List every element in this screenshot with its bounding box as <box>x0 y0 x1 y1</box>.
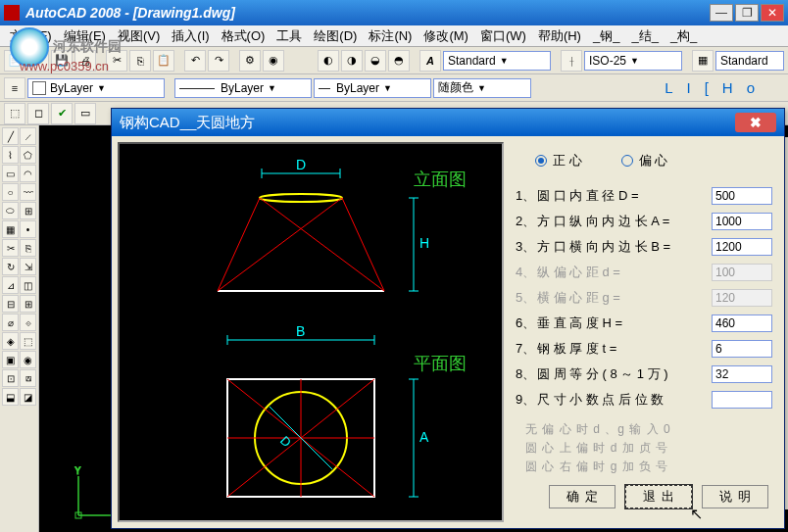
text-icon[interactable]: A <box>419 50 441 72</box>
menu-item[interactable]: _构_ <box>665 25 703 47</box>
insert-icon[interactable]: ⊞ <box>20 202 36 219</box>
tb-misc-1[interactable]: ⚙ <box>239 50 261 72</box>
mod-7[interactable]: ⊟ <box>2 295 19 313</box>
menu-item[interactable]: 窗口(W) <box>474 25 532 47</box>
form-row: 7、 钢 板 厚 度 t = <box>516 338 772 360</box>
mod-9[interactable]: ⌀ <box>2 314 19 331</box>
mod-15[interactable]: ⊡ <box>2 369 19 387</box>
menu-item[interactable]: 插入(I) <box>166 25 215 47</box>
form-row: 1、 圆 口 内 直 径 D = <box>516 185 772 207</box>
std2-combo[interactable]: Standard <box>715 51 784 71</box>
maximize-button[interactable]: ❐ <box>735 4 759 22</box>
aux-1[interactable]: ⬚ <box>4 103 25 124</box>
color-combo[interactable]: 随颜色▼ <box>433 78 531 98</box>
menu-item[interactable]: 绘图(D) <box>308 25 363 47</box>
rect-icon[interactable]: ▭ <box>2 165 19 182</box>
panel-label: L <box>665 79 672 96</box>
field-number: 3、 <box>516 238 537 256</box>
field-label: 垂 直 高 度 H = <box>537 314 712 332</box>
panel-label: I <box>686 79 690 96</box>
mod-8[interactable]: ⊞ <box>20 295 36 313</box>
mod-3[interactable]: ↻ <box>2 258 19 275</box>
tbl-icon[interactable]: ▦ <box>692 50 714 72</box>
menu-item[interactable]: 帮助(H) <box>532 25 587 47</box>
menu-item[interactable]: 工具 <box>271 25 308 47</box>
ellipse-icon[interactable]: ⬭ <box>2 202 19 219</box>
mod-16[interactable]: ⟎ <box>20 369 36 387</box>
app-title: AutoCAD 2008 - [Drawing1.dwg] <box>25 5 710 21</box>
mod-13[interactable]: ▣ <box>2 351 19 368</box>
ok-button[interactable]: 确定 <box>549 485 616 508</box>
tb-a1[interactable]: ◐ <box>318 50 339 72</box>
radio-centered[interactable]: 正 心 <box>535 152 582 169</box>
redo-icon[interactable]: ↷ <box>208 50 229 72</box>
field-label: 圆 口 内 直 径 D = <box>537 187 712 205</box>
mod-11[interactable]: ◈ <box>2 332 19 350</box>
field-input-3[interactable] <box>712 238 772 256</box>
right-panel-labels: LI[Ho <box>665 79 784 96</box>
radio-icon <box>621 155 633 167</box>
aux-check-icon[interactable]: ✔ <box>51 103 73 124</box>
text-style-combo[interactable]: Standard▼ <box>443 51 551 71</box>
mod-2[interactable]: ⎘ <box>20 239 36 257</box>
help-button[interactable]: 说明 <box>702 485 768 508</box>
dialog-title-bar[interactable]: 钢构CAD__天圆地方 ✖ <box>112 109 784 136</box>
field-number: 4、 <box>516 264 537 281</box>
mod-1[interactable]: ✂ <box>2 239 19 257</box>
field-number: 1、 <box>516 187 537 205</box>
polygon-icon[interactable]: ⬠ <box>20 146 36 164</box>
field-input-8[interactable] <box>712 365 772 383</box>
toolbar-layers: ≡ ByLayer▼ ———ByLayer▼ —ByLayer▼ 随颜色▼ LI… <box>0 74 788 102</box>
tb-misc-2[interactable]: ◉ <box>263 50 284 72</box>
menu-item[interactable]: _结_ <box>625 25 664 47</box>
tb-a2[interactable]: ◑ <box>341 50 363 72</box>
copy-icon[interactable]: ⎘ <box>129 50 151 72</box>
paste-icon[interactable]: 📋 <box>153 50 174 72</box>
field-input-1[interactable] <box>712 187 772 205</box>
mod-14[interactable]: ◉ <box>20 351 36 368</box>
field-input-7[interactable] <box>712 340 772 358</box>
menu-item[interactable]: 修改(M) <box>418 25 474 47</box>
menu-item[interactable]: 格式(O) <box>216 25 271 47</box>
radio-eccentric[interactable]: 偏 心 <box>621 152 668 169</box>
point-icon[interactable]: • <box>20 220 36 238</box>
field-label: 尺 寸 小 数 点 后 位 数 <box>537 391 712 409</box>
spline-icon[interactable]: 〰 <box>20 183 36 201</box>
field-number: 2、 <box>516 213 537 230</box>
dialog-close-button[interactable]: ✖ <box>735 113 776 132</box>
field-label: 圆 周 等 分 ( 8 ～ 1 万 ) <box>537 365 712 383</box>
aux-2[interactable]: ◻ <box>27 103 49 124</box>
mod-4[interactable]: ⇲ <box>20 258 36 275</box>
layer-props-icon[interactable]: ≡ <box>4 77 25 99</box>
aux-4[interactable]: ▭ <box>74 103 96 124</box>
exit-button[interactable]: 退出 <box>625 485 692 508</box>
line-icon[interactable]: ╱ <box>2 127 19 145</box>
field-input-2[interactable] <box>712 213 772 230</box>
linetype-combo[interactable]: ———ByLayer▼ <box>174 78 312 98</box>
xline-icon[interactable]: ⟋ <box>20 127 36 145</box>
mod-12[interactable]: ⬚ <box>20 332 36 350</box>
close-button[interactable]: ✕ <box>761 4 784 22</box>
field-input-6[interactable] <box>712 314 772 332</box>
mod-17[interactable]: ⬓ <box>2 388 19 406</box>
field-input-9[interactable] <box>712 391 772 409</box>
mod-18[interactable]: ◪ <box>20 388 36 406</box>
menu-item[interactable]: 标注(N) <box>363 25 418 47</box>
dim-style-combo[interactable]: ISO-25▼ <box>584 51 682 71</box>
hatch-icon[interactable]: ▦ <box>2 220 19 238</box>
svg-line-11 <box>218 198 260 291</box>
layer-combo[interactable]: ByLayer▼ <box>27 78 165 98</box>
pline-icon[interactable]: ⌇ <box>2 146 19 164</box>
mod-6[interactable]: ◫ <box>20 276 36 294</box>
menu-item[interactable]: _钢_ <box>587 25 625 47</box>
tb-a3[interactable]: ◒ <box>365 50 386 72</box>
dim-icon[interactable]: ⟊ <box>561 50 582 72</box>
tb-a4[interactable]: ◓ <box>388 50 410 72</box>
mod-10[interactable]: ⟐ <box>20 314 36 331</box>
minimize-button[interactable]: — <box>710 4 733 22</box>
arc-icon[interactable]: ◠ <box>20 165 36 182</box>
lineweight-combo[interactable]: —ByLayer▼ <box>314 78 431 98</box>
circle-icon[interactable]: ○ <box>2 183 19 201</box>
mod-5[interactable]: ⊿ <box>2 276 19 294</box>
undo-icon[interactable]: ↶ <box>184 50 206 72</box>
